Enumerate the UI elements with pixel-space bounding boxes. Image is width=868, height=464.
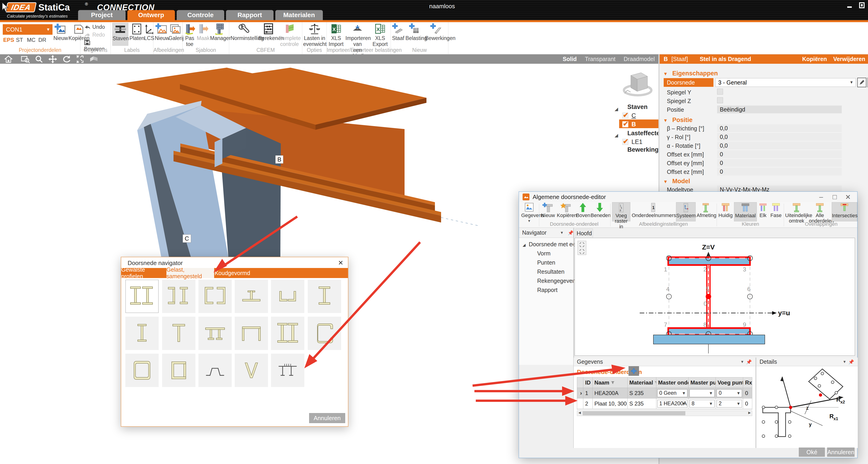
details-dropdown-icon[interactable]: ▼ — [843, 360, 846, 364]
profile-tile-1[interactable] — [125, 280, 159, 313]
beta-field[interactable]: 0,0 — [717, 124, 842, 132]
editor-tree-resultaten[interactable]: Resultaten — [537, 268, 565, 275]
editor-gegevens-button[interactable]: Gegevens ▼ — [521, 202, 537, 224]
row2-master-dropdown[interactable]: 1 HEA200A▼ — [657, 400, 688, 408]
offset-ey-field[interactable]: 0 — [717, 159, 842, 167]
gamma-field[interactable]: 0,0 — [717, 133, 842, 141]
tab-gelast-samengesteld[interactable]: Gelast, samengesteld — [166, 268, 214, 278]
profile-tile-4[interactable] — [235, 280, 268, 313]
col-rx[interactable]: Rx1 — [743, 377, 752, 388]
minimize-button[interactable] — [845, 1, 854, 9]
profile-tile-15[interactable] — [198, 354, 232, 387]
profile-tile-14[interactable] — [162, 354, 195, 387]
editor-move-up-button[interactable]: Boven — [576, 202, 590, 218]
details-pin-icon[interactable]: 📌 — [848, 359, 854, 365]
col-id[interactable]: ID — [583, 377, 592, 388]
delete-member-button[interactable]: Verwijderen — [833, 56, 865, 62]
profile-tile-12[interactable] — [308, 317, 341, 350]
maximize-button[interactable] — [858, 1, 867, 9]
profile-tile-7[interactable] — [125, 317, 159, 350]
editor-all-parts-button[interactable]: Alleonderdelen — [809, 202, 831, 224]
profile-tile-11[interactable] — [271, 317, 304, 350]
editor-new-part-button[interactable]: Nieuw — [540, 202, 556, 218]
tree-item-c[interactable]: ✔C — [622, 112, 636, 119]
col-master-punt[interactable]: Master punt — [688, 377, 716, 388]
row1-master-dropdown[interactable]: 0 Geen▼ — [657, 389, 688, 397]
editor-tree-rapport[interactable]: Rapport — [537, 287, 558, 293]
profile-tile-10[interactable] — [235, 317, 268, 350]
view-cube[interactable] — [621, 68, 655, 98]
editor-system-button[interactable]: Systeem — [676, 202, 695, 221]
section-model[interactable]: ▼Model — [663, 178, 690, 185]
set-as-bearing-button[interactable]: Stel in als Dragend — [700, 56, 751, 62]
editor-final-outline-button[interactable]: Uiteindelijkeomtrek — [785, 202, 808, 224]
tab-gewalste-profielen[interactable]: Gewalste profielen — [121, 268, 166, 278]
editor-color-material-button[interactable]: Materiaal — [734, 202, 757, 221]
navigator-dropdown-icon[interactable]: ▼ — [560, 231, 564, 235]
profile-tile-13[interactable] — [125, 354, 159, 387]
tree-item-staven[interactable]: Staven — [627, 104, 648, 111]
row1-masterpunt-dropdown[interactable]: ▼ — [689, 389, 715, 397]
editor-maximize-button[interactable]: □ — [833, 193, 837, 201]
column-label[interactable]: C — [183, 234, 191, 243]
section-canvas[interactable]: Z=V 1 2 3 — [575, 238, 855, 356]
col-voeg-punt[interactable]: Voeg punt in — [716, 377, 743, 388]
profile-tile-16[interactable] — [235, 354, 268, 387]
editor-move-down-button[interactable]: Beneden — [591, 202, 609, 218]
row1-voegpunt-dropdown[interactable]: 0▼ — [717, 389, 742, 397]
gegevens-pin-icon[interactable]: 📌 — [746, 359, 752, 365]
table-row-1[interactable]: › 1 HEA200A S 235 0 Geen▼ ▼ 0▼ 0 — [577, 388, 752, 399]
spiegel-y-checkbox[interactable] — [717, 89, 723, 94]
editor-dimension-button[interactable]: Afmeting — [696, 202, 715, 218]
editor-color-phase-button[interactable]: Fase — [769, 202, 783, 218]
editor-color-each-button[interactable]: Elk — [758, 202, 768, 218]
tab-koudgevormd[interactable]: Koudgevormd — [214, 268, 251, 278]
profile-tile-17[interactable] — [271, 354, 304, 387]
editor-copy-part-button[interactable]: Kopiëren — [557, 202, 575, 218]
editor-close-button[interactable]: ✕ — [845, 193, 851, 201]
table-hscrollbar[interactable]: ◀ ▶ — [577, 410, 752, 416]
navigator-pin-icon[interactable]: 📌 — [568, 230, 574, 236]
profile-tile-9[interactable] — [198, 317, 232, 350]
profile-tile-6[interactable] — [308, 280, 341, 313]
hoofd-tab[interactable]: Hoofd — [576, 229, 593, 238]
col-naam[interactable]: Naam — [593, 377, 628, 388]
gegevens-dropdown-icon[interactable]: ▼ — [740, 360, 744, 364]
profile-tile-8[interactable] — [162, 317, 195, 350]
tree-expander-staven[interactable]: ◢ — [615, 105, 618, 112]
edit-section-button[interactable] — [857, 78, 866, 87]
add-part-button[interactable] — [628, 366, 639, 376]
editor-tree-rekengegevens[interactable]: Rekengegevens — [537, 278, 579, 284]
row2-masterpunt-dropdown[interactable]: 8▼ — [689, 400, 715, 408]
copy-member-button[interactable]: Kopiëren — [802, 56, 827, 62]
editor-ok-button[interactable]: Oké — [799, 447, 825, 457]
section-positie[interactable]: ▼Positie — [663, 117, 692, 124]
col-master-onderd[interactable]: Master onderd. — [656, 377, 689, 388]
editor-tree-vorm[interactable]: Vorm — [537, 250, 551, 257]
profile-tile-3[interactable] — [198, 280, 232, 313]
doorsnede-dropdown[interactable]: 3 - General▼ — [715, 78, 856, 87]
spiegel-z-checkbox[interactable] — [717, 97, 723, 103]
editor-minimize-button[interactable]: – — [819, 193, 823, 201]
col-materiaal[interactable]: Materiaal — [628, 377, 656, 388]
profile-tile-5[interactable] — [271, 280, 304, 313]
cancel-button[interactable]: Annuleren — [309, 413, 345, 423]
close-dialog-button[interactable]: ✕ — [338, 259, 343, 267]
tree-item-b[interactable]: ✔B — [622, 121, 636, 128]
offset-ez-field[interactable]: 0 — [717, 168, 842, 175]
beam-label[interactable]: B — [275, 155, 283, 164]
editor-color-current-button[interactable]: Huidig — [718, 202, 733, 218]
offset-ex-field[interactable]: 0 — [717, 150, 842, 158]
table-row-2[interactable]: 2 Plaat 10, 300 S 235 1 HEA200A▼ 8▼ 2▼ 0 — [577, 399, 752, 409]
profile-tile-2[interactable] — [162, 280, 195, 313]
tree-item-le1[interactable]: ✔LE1 — [622, 139, 643, 146]
editor-intersections-button[interactable]: Intersecties — [832, 202, 857, 221]
editor-tree-punten[interactable]: Punten — [537, 259, 555, 266]
tree-expander-lasteffecten[interactable]: ◢ — [615, 132, 618, 139]
editor-part-numbers-button[interactable]: 1 Onderdeelnummers — [632, 202, 675, 218]
row2-voegpunt-dropdown[interactable]: 2▼ — [717, 400, 742, 408]
editor-cancel-button[interactable]: Annuleren — [827, 447, 855, 457]
section-eigenschappen[interactable]: ▼Eigenschappen — [663, 70, 718, 77]
editor-insert-grid-button[interactable]: 158 Voegraster in — [612, 202, 630, 221]
alpha-field[interactable]: 0,0 — [717, 142, 842, 149]
